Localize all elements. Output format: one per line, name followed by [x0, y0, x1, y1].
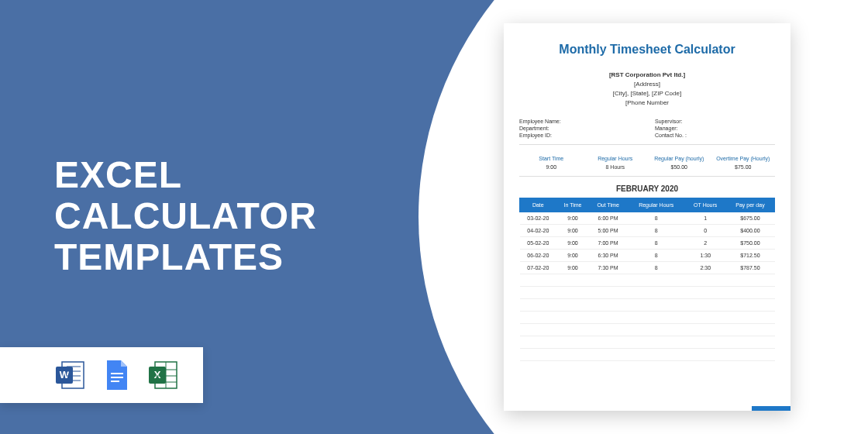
- google-docs-icon: [101, 359, 133, 391]
- month-title: FEBRUARY 2020: [519, 184, 775, 193]
- regular-hours-value: 8 Hours: [584, 164, 648, 170]
- th-date: Date: [520, 198, 557, 212]
- company-block: [RST Corporation Pvt ltd.] [Address] [Ci…: [519, 71, 775, 108]
- table-cell: $675.00: [725, 212, 774, 225]
- excel-icon: X: [147, 359, 180, 391]
- table-cell: 1: [685, 212, 725, 225]
- svg-text:X: X: [154, 369, 161, 381]
- timesheet-table: Date In Time Out Time Regular Hours OT H…: [519, 198, 775, 361]
- table-cell: 9:00: [556, 262, 589, 274]
- table-cell: 6:30 PM: [589, 250, 628, 262]
- table-cell: 7:00 PM: [589, 237, 628, 250]
- table-cell: 5:00 PM: [589, 225, 628, 237]
- title-line-2: CALCULATOR: [54, 195, 317, 236]
- table-row-empty: [520, 324, 775, 336]
- table-row-empty: [520, 274, 775, 287]
- hero-title-block: EXCEL CALCULATOR TEMPLATES: [54, 155, 317, 277]
- table-cell: 9:00: [556, 237, 589, 250]
- table-cell: 9:00: [556, 250, 589, 262]
- page-title: EXCEL CALCULATOR TEMPLATES: [54, 155, 317, 277]
- table-cell: 9:00: [556, 212, 589, 225]
- table-cell: 0: [685, 225, 725, 237]
- svg-rect-7: [111, 373, 123, 374]
- table-row: 05-02-209:007:00 PM82$750.00: [520, 237, 775, 250]
- table-row: 03-02-209:006:00 PM81$675.00: [520, 212, 775, 225]
- table-cell: 8: [627, 250, 685, 262]
- company-city-state-zip: [City], [State], [ZIP Code]: [519, 89, 775, 98]
- svg-text:W: W: [60, 369, 70, 381]
- rate-row: Start Time9:00 Regular Hours8 Hours Regu…: [519, 156, 775, 177]
- table-cell: 8: [627, 212, 685, 225]
- contact-label: Contact No. :: [655, 133, 775, 138]
- table-cell: 2: [685, 237, 725, 250]
- app-icon-strip: W X: [0, 347, 203, 403]
- th-regular-hours: Regular Hours: [627, 198, 685, 212]
- document-preview: Monthly Timesheet Calculator [RST Corpor…: [504, 23, 790, 411]
- doc-title: Monthly Timesheet Calculator: [519, 43, 775, 57]
- table-cell: $400.00: [725, 225, 774, 237]
- table-cell: 8: [627, 262, 685, 274]
- employee-info-grid: Employee Name: Supervisor: Department: M…: [519, 119, 775, 145]
- table-row-empty: [520, 287, 775, 299]
- th-pay-per-day: Pay per day: [725, 198, 774, 212]
- word-icon: W: [54, 359, 87, 391]
- svg-rect-9: [111, 381, 119, 382]
- table-cell: 1:30: [685, 250, 725, 262]
- table-cell: $750.00: [725, 237, 774, 250]
- table-cell: 06-02-20: [520, 250, 557, 262]
- regular-pay-header: Regular Pay (hourly): [647, 156, 711, 161]
- company-address: [Address]: [519, 80, 775, 89]
- table-cell: 03-02-20: [520, 212, 557, 225]
- title-line-3: TEMPLATES: [54, 236, 284, 277]
- table-cell: 05-02-20: [520, 237, 557, 250]
- overtime-pay-header: Overtime Pay (Hourly): [711, 156, 776, 161]
- table-cell: 07-02-20: [520, 262, 557, 274]
- table-cell: 8: [627, 225, 685, 237]
- table-row-empty: [520, 336, 775, 349]
- overtime-pay-value: $75.00: [711, 164, 776, 170]
- page-footer-accent: [752, 406, 790, 411]
- th-ot-hours: OT Hours: [685, 198, 725, 212]
- start-time-header: Start Time: [519, 156, 584, 161]
- table-cell: 2:30: [685, 262, 725, 274]
- start-time-value: 9:00: [519, 164, 584, 170]
- supervisor-label: Supervisor:: [655, 119, 775, 124]
- table-row: 06-02-209:006:30 PM81:30$712.50: [520, 250, 775, 262]
- department-label: Department:: [519, 126, 639, 131]
- title-line-1: EXCEL: [54, 154, 182, 195]
- table-cell: 04-02-20: [520, 225, 557, 237]
- company-phone: [Phone Number: [519, 98, 775, 108]
- th-in-time: In Time: [556, 198, 589, 212]
- table-cell: 8: [627, 237, 685, 250]
- table-row: 04-02-209:005:00 PM80$400.00: [520, 225, 775, 237]
- svg-rect-8: [111, 377, 123, 378]
- table-row-empty: [520, 299, 775, 312]
- company-name: [RST Corporation Pvt ltd.]: [519, 71, 775, 80]
- emp-id-label: Employee ID:: [519, 133, 639, 138]
- table-row-empty: [520, 349, 775, 361]
- table-cell: 7:30 PM: [589, 262, 628, 274]
- manager-label: Manager:: [655, 126, 775, 131]
- regular-pay-value: $50.00: [647, 164, 711, 170]
- table-header-row: Date In Time Out Time Regular Hours OT H…: [520, 198, 775, 212]
- table-row-empty: [520, 312, 775, 324]
- table-cell: 6:00 PM: [589, 212, 628, 225]
- th-out-time: Out Time: [589, 198, 628, 212]
- table-cell: $712.50: [725, 250, 774, 262]
- table-cell: $787.50: [725, 262, 774, 274]
- emp-name-label: Employee Name:: [519, 119, 639, 124]
- table-row: 07-02-209:007:30 PM82:30$787.50: [520, 262, 775, 274]
- regular-hours-header: Regular Hours: [584, 156, 648, 161]
- table-cell: 9:00: [556, 225, 589, 237]
